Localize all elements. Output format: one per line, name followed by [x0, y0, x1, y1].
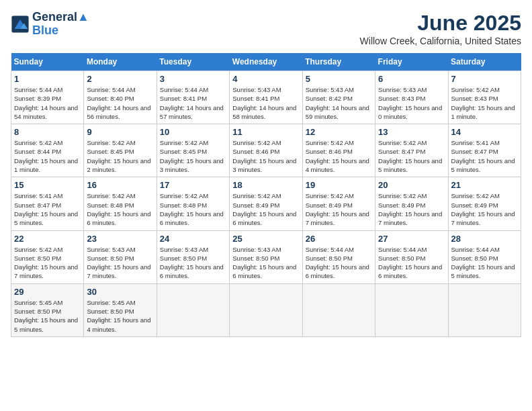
day-number: 16 [87, 180, 153, 190]
daylight-label: Daylight: 15 hours and 5 minutes. [14, 316, 78, 332]
day-info: Sunrise: 5:42 AM Sunset: 8:47 PM Dayligh… [378, 138, 445, 174]
day-info: Sunrise: 5:44 AM Sunset: 8:50 PM Dayligh… [378, 245, 445, 281]
day-number: 5 [306, 74, 372, 84]
sunset-label: Sunset: 8:50 PM [87, 308, 134, 315]
day-number: 17 [160, 180, 226, 190]
sunrise-label: Sunrise: 5:43 AM [232, 246, 281, 253]
daylight-label: Daylight: 15 hours and 5 minutes. [378, 157, 442, 173]
day-info: Sunrise: 5:45 AM Sunset: 8:50 PM Dayligh… [87, 298, 153, 334]
day-info: Sunrise: 5:42 AM Sunset: 8:46 PM Dayligh… [232, 138, 299, 174]
day-number: 15 [14, 180, 81, 190]
sunrise-label: Sunrise: 5:45 AM [87, 299, 135, 306]
weekday-header-wednesday: Wednesday [230, 53, 302, 71]
day-number: 14 [451, 127, 518, 137]
day-number: 20 [378, 180, 445, 190]
calendar-cell: 3 Sunrise: 5:44 AM Sunset: 8:41 PM Dayli… [157, 71, 229, 124]
day-info: Sunrise: 5:42 AM Sunset: 8:44 PM Dayligh… [14, 138, 81, 174]
calendar-table: SundayMondayTuesdayWednesdayThursdayFrid… [11, 53, 521, 337]
sunrise-label: Sunrise: 5:42 AM [378, 139, 427, 146]
day-info: Sunrise: 5:43 AM Sunset: 8:50 PM Dayligh… [232, 245, 299, 281]
day-number: 21 [451, 180, 518, 190]
daylight-label: Daylight: 15 hours and 6 minutes. [160, 263, 224, 279]
daylight-label: Daylight: 15 hours and 5 minutes. [451, 263, 515, 279]
calendar-cell: 23 Sunrise: 5:43 AM Sunset: 8:50 PM Dayl… [84, 230, 157, 283]
calendar-cell: 13 Sunrise: 5:42 AM Sunset: 8:47 PM Dayl… [375, 124, 448, 177]
daylight-label: Daylight: 15 hours and 1 minute. [14, 157, 78, 173]
weekday-header-saturday: Saturday [448, 53, 521, 71]
calendar-cell: 19 Sunrise: 5:42 AM Sunset: 8:49 PM Dayl… [302, 177, 375, 230]
day-number: 26 [306, 234, 372, 244]
sunrise-label: Sunrise: 5:44 AM [14, 86, 62, 93]
sunset-label: Sunset: 8:49 PM [306, 201, 353, 209]
day-number: 12 [306, 127, 372, 137]
calendar-cell: 10 Sunrise: 5:42 AM Sunset: 8:45 PM Dayl… [157, 124, 229, 177]
daylight-label: Daylight: 15 hours and 4 minutes. [306, 157, 369, 173]
daylight-label: Daylight: 14 hours and 57 minutes. [160, 104, 224, 120]
sunrise-label: Sunrise: 5:44 AM [451, 246, 500, 253]
sunset-label: Sunset: 8:40 PM [87, 95, 134, 102]
calendar-cell: 1 Sunrise: 5:44 AM Sunset: 8:39 PM Dayli… [11, 71, 84, 124]
weekday-header-row: SundayMondayTuesdayWednesdayThursdayFrid… [11, 53, 521, 71]
weekday-header-friday: Friday [375, 53, 448, 71]
day-info: Sunrise: 5:43 AM Sunset: 8:50 PM Dayligh… [87, 245, 153, 281]
sunrise-label: Sunrise: 5:44 AM [160, 86, 208, 93]
day-number: 6 [378, 74, 445, 84]
calendar-cell: 7 Sunrise: 5:42 AM Sunset: 8:43 PM Dayli… [448, 71, 521, 124]
calendar-cell: 12 Sunrise: 5:42 AM Sunset: 8:46 PM Dayl… [302, 124, 375, 177]
sunrise-label: Sunrise: 5:42 AM [451, 86, 500, 93]
day-number: 29 [14, 287, 81, 297]
title-area: June 2025 Willow Creek, California, Unit… [360, 11, 521, 46]
calendar-week-3: 15 Sunrise: 5:41 AM Sunset: 8:47 PM Dayl… [11, 177, 521, 230]
sunrise-label: Sunrise: 5:44 AM [378, 246, 427, 253]
day-number: 23 [87, 234, 153, 244]
calendar-cell [448, 283, 521, 336]
day-info: Sunrise: 5:42 AM Sunset: 8:43 PM Dayligh… [451, 85, 518, 121]
day-number: 4 [232, 74, 299, 84]
sunrise-label: Sunrise: 5:41 AM [451, 139, 500, 146]
sunrise-label: Sunrise: 5:42 AM [160, 192, 208, 199]
sunset-label: Sunset: 8:49 PM [378, 201, 425, 209]
sunset-label: Sunset: 8:48 PM [87, 201, 134, 209]
day-number: 3 [160, 74, 226, 84]
calendar-cell: 6 Sunrise: 5:43 AM Sunset: 8:43 PM Dayli… [375, 71, 448, 124]
sunrise-label: Sunrise: 5:44 AM [87, 86, 135, 93]
day-info: Sunrise: 5:43 AM Sunset: 8:42 PM Dayligh… [306, 85, 372, 121]
daylight-label: Daylight: 15 hours and 3 minutes. [232, 157, 296, 173]
daylight-label: Daylight: 15 hours and 3 minutes. [160, 157, 224, 173]
sunset-label: Sunset: 8:49 PM [451, 201, 498, 209]
sunset-label: Sunset: 8:50 PM [232, 255, 279, 262]
day-info: Sunrise: 5:42 AM Sunset: 8:49 PM Dayligh… [306, 191, 372, 227]
daylight-label: Daylight: 15 hours and 6 minutes. [232, 210, 296, 226]
calendar-cell: 26 Sunrise: 5:44 AM Sunset: 8:50 PM Dayl… [302, 230, 375, 283]
weekday-header-monday: Monday [84, 53, 157, 71]
day-info: Sunrise: 5:45 AM Sunset: 8:50 PM Dayligh… [14, 298, 81, 334]
daylight-label: Daylight: 14 hours and 54 minutes. [14, 104, 78, 120]
daylight-label: Daylight: 15 hours and 4 minutes. [87, 316, 150, 332]
calendar-cell: 8 Sunrise: 5:42 AM Sunset: 8:44 PM Dayli… [11, 124, 84, 177]
calendar-week-4: 22 Sunrise: 5:42 AM Sunset: 8:50 PM Dayl… [11, 230, 521, 283]
logo-text: General▲ Blue [32, 11, 89, 38]
calendar-cell: 24 Sunrise: 5:43 AM Sunset: 8:50 PM Dayl… [157, 230, 229, 283]
day-number: 28 [451, 234, 518, 244]
day-number: 9 [87, 127, 153, 137]
logo-icon [11, 15, 30, 34]
day-number: 19 [306, 180, 372, 190]
calendar-cell [157, 283, 229, 336]
daylight-label: Daylight: 14 hours and 56 minutes. [87, 104, 150, 120]
sunset-label: Sunset: 8:39 PM [14, 95, 61, 102]
day-number: 27 [378, 234, 445, 244]
sunrise-label: Sunrise: 5:42 AM [14, 139, 62, 146]
sunset-label: Sunset: 8:50 PM [87, 255, 134, 262]
sunset-label: Sunset: 8:50 PM [14, 308, 61, 315]
sunrise-label: Sunrise: 5:45 AM [14, 299, 62, 306]
sunrise-label: Sunrise: 5:42 AM [378, 192, 427, 199]
sunset-label: Sunset: 8:44 PM [14, 148, 61, 155]
header: General▲ Blue June 2025 Willow Creek, Ca… [11, 11, 521, 46]
sunrise-label: Sunrise: 5:43 AM [306, 86, 354, 93]
daylight-label: Daylight: 15 hours and 7 minutes. [451, 210, 515, 226]
calendar-cell: 9 Sunrise: 5:42 AM Sunset: 8:45 PM Dayli… [84, 124, 157, 177]
day-number: 24 [160, 234, 226, 244]
sunset-label: Sunset: 8:47 PM [451, 148, 498, 155]
daylight-label: Daylight: 15 hours and 6 minutes. [378, 263, 442, 279]
daylight-label: Daylight: 15 hours and 1 minute. [451, 104, 515, 120]
